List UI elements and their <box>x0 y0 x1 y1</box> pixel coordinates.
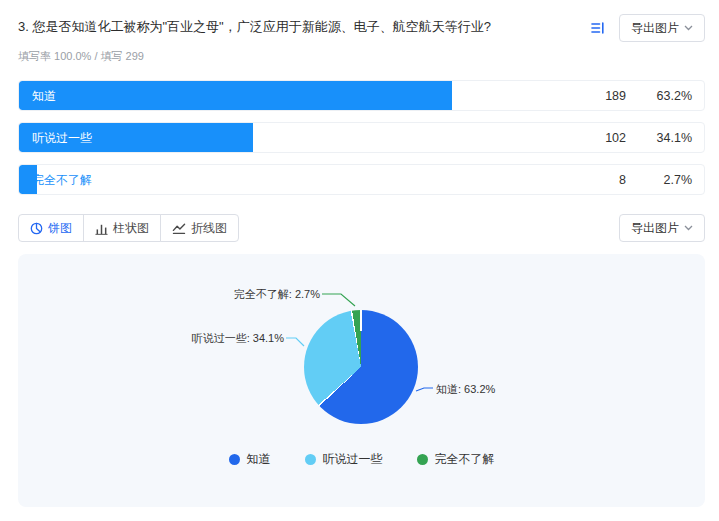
tab-label: 折线图 <box>191 220 227 237</box>
chart-legend: 知道 听说过一些 完全不了解 <box>18 451 705 468</box>
pie-leader-lines <box>18 254 705 507</box>
chevron-down-icon <box>684 225 693 231</box>
option-row[interactable]: 听说过一些 102 34.1% <box>18 122 705 153</box>
export-image-label: 导出图片 <box>631 220 679 237</box>
export-image-button[interactable]: 导出图片 <box>619 14 705 42</box>
legend-label: 完全不了解 <box>435 451 495 468</box>
legend-dot <box>229 454 240 465</box>
legend-item-know[interactable]: 知道 <box>229 451 271 468</box>
export-image-button[interactable]: 导出图片 <box>619 214 705 242</box>
option-count: 8 <box>574 173 626 187</box>
pie-annotation-none: 完全不了解: 2.7% <box>194 287 320 302</box>
option-count: 102 <box>574 131 626 145</box>
header-actions: 导出图片 <box>589 14 705 42</box>
survey-question-result-card: 3. 您是否知道化工被称为"百业之母"，广泛应用于新能源、电子、航空航天等行业?… <box>0 0 719 507</box>
option-count: 189 <box>574 89 626 103</box>
option-row[interactable]: 知道 189 63.2% <box>18 80 705 111</box>
option-label: 完全不了解 <box>32 171 92 188</box>
legend-dot <box>417 454 428 465</box>
bar-chart-icon <box>95 222 108 235</box>
option-label: 知道 <box>32 87 56 104</box>
pie-annotation-heard-some: 听说过一些: 34.1% <box>158 331 284 346</box>
sort-order-icon[interactable] <box>589 19 607 37</box>
fill-rate-stats: 填写率 100.0% / 填写 299 <box>18 49 705 64</box>
question-header: 3. 您是否知道化工被称为"百业之母"，广泛应用于新能源、电子、航空航天等行业?… <box>18 14 705 42</box>
pie-chart-panel: 知道: 63.2% 听说过一些: 34.1% 完全不了解: 2.7% 知道 听说… <box>18 254 705 507</box>
option-percent: 63.2% <box>644 89 692 103</box>
export-image-label: 导出图片 <box>631 20 679 37</box>
pie-annotation-know: 知道: 63.2% <box>436 382 495 397</box>
option-percent: 2.7% <box>644 173 692 187</box>
legend-item-heard-some[interactable]: 听说过一些 <box>305 451 383 468</box>
chart-type-tabs: 饼图 柱状图 折线图 <box>18 214 239 242</box>
chevron-down-icon <box>684 25 693 31</box>
tab-label: 柱状图 <box>113 220 149 237</box>
chart-toolbar: 饼图 柱状图 折线图 <box>18 214 705 242</box>
option-label: 听说过一些 <box>32 129 92 146</box>
legend-label: 听说过一些 <box>323 451 383 468</box>
tab-label: 饼图 <box>48 220 72 237</box>
tab-pie-chart[interactable]: 饼图 <box>18 214 84 242</box>
question-title: 3. 您是否知道化工被称为"百业之母"，广泛应用于新能源、电子、航空航天等行业? <box>18 14 491 36</box>
option-rows: 知道 189 63.2% 听说过一些 102 34.1% 完全不了解 8 2.7… <box>18 80 705 195</box>
tab-line-chart[interactable]: 折线图 <box>160 214 239 242</box>
tab-bar-chart[interactable]: 柱状图 <box>83 214 161 242</box>
option-row[interactable]: 完全不了解 8 2.7% <box>18 164 705 195</box>
option-percent: 34.1% <box>644 131 692 145</box>
legend-label: 知道 <box>247 451 271 468</box>
line-chart-icon <box>172 222 186 235</box>
option-bar <box>19 81 452 110</box>
legend-dot <box>305 454 316 465</box>
pie-chart-icon <box>30 222 43 235</box>
legend-item-none[interactable]: 完全不了解 <box>417 451 495 468</box>
